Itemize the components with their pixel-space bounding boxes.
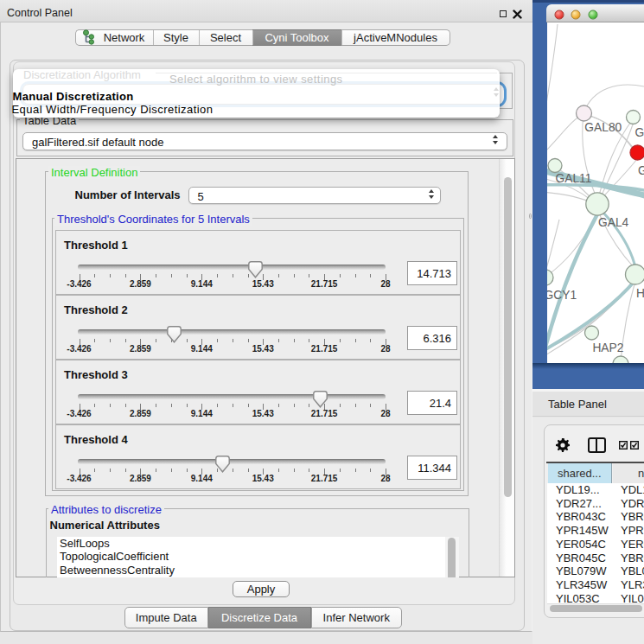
svg-text:GAL11: GAL11: [556, 172, 592, 185]
svg-text:G: G: [634, 126, 644, 139]
svg-text:GAL4: GAL4: [598, 216, 629, 229]
svg-text:HAP2: HAP2: [592, 341, 623, 354]
svg-text:GCY1: GCY1: [547, 289, 577, 302]
svg-text:G: G: [638, 164, 644, 177]
svg-text:H: H: [636, 287, 644, 300]
svg-text:GAL80: GAL80: [584, 121, 622, 134]
